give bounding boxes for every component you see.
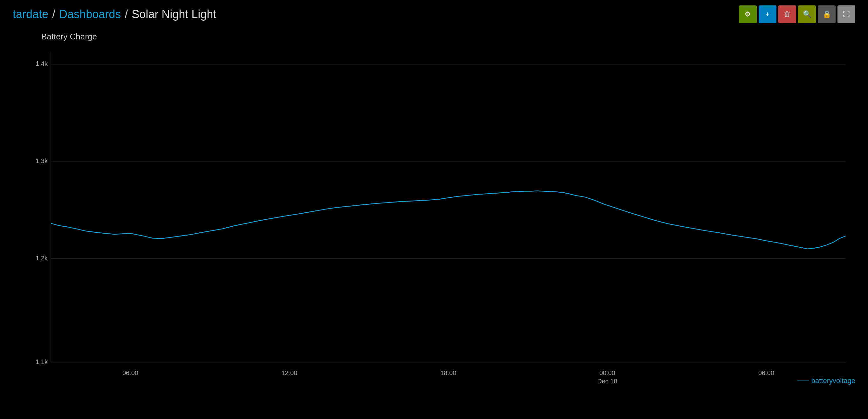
breadcrumb: tardate / Dashboards / Solar Night Light xyxy=(13,8,216,21)
svg-text:12:00: 12:00 xyxy=(281,369,297,377)
settings-button[interactable]: ⚙ xyxy=(739,5,757,23)
header: tardate / Dashboards / Solar Night Light… xyxy=(0,0,868,29)
toolbar: ⚙ + 🗑 🔍 🔒 ⛶ xyxy=(739,5,855,23)
svg-text:18:00: 18:00 xyxy=(440,369,456,377)
breadcrumb-current: Solar Night Light xyxy=(132,8,216,21)
chart-legend: batteryvoltage xyxy=(798,377,855,385)
svg-text:1.1k: 1.1k xyxy=(36,358,48,365)
breadcrumb-site[interactable]: tardate xyxy=(13,8,48,21)
legend-label: batteryvoltage xyxy=(811,377,855,385)
legend-line xyxy=(798,381,809,381)
chart-wrap: 1.4k 1.3k 1.2k 1.1k 06:00 12:00 18:00 00… xyxy=(13,45,855,388)
svg-text:06:00: 06:00 xyxy=(758,369,774,377)
svg-text:1.2k: 1.2k xyxy=(36,254,48,261)
svg-text:1.4k: 1.4k xyxy=(36,60,48,67)
chart-title: Battery Charge xyxy=(41,32,855,42)
breadcrumb-sep2: / xyxy=(125,8,128,21)
lock-button[interactable]: 🔒 xyxy=(818,5,836,23)
fullscreen-button[interactable]: ⛶ xyxy=(837,5,855,23)
breadcrumb-dashboards[interactable]: Dashboards xyxy=(59,8,121,21)
svg-text:1.3k: 1.3k xyxy=(36,157,48,164)
chart-svg: 1.4k 1.3k 1.2k 1.1k 06:00 12:00 18:00 00… xyxy=(13,45,855,388)
svg-text:Dec 18: Dec 18 xyxy=(597,378,617,385)
add-button[interactable]: + xyxy=(758,5,776,23)
svg-text:06:00: 06:00 xyxy=(122,369,138,377)
svg-text:00:00: 00:00 xyxy=(599,369,615,377)
breadcrumb-sep1: / xyxy=(52,8,55,21)
chart-container: Battery Charge 1.4k 1.3k 1.2k 1.1k xyxy=(13,32,855,400)
delete-button[interactable]: 🗑 xyxy=(778,5,796,23)
zoom-button[interactable]: 🔍 xyxy=(798,5,816,23)
